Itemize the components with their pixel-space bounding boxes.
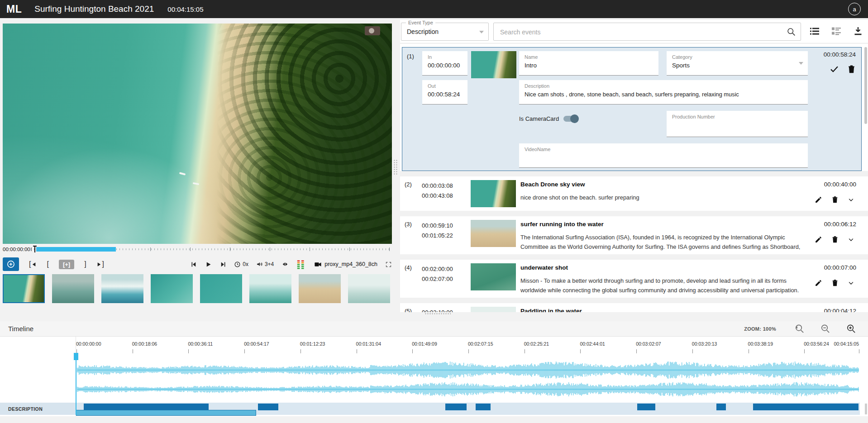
ruler-tick [357, 349, 357, 353]
edit-icon[interactable] [815, 279, 822, 287]
production-number-field[interactable]: Production Number [667, 111, 808, 137]
filmstrip-thumbnail[interactable] [151, 274, 193, 303]
filmstrip-thumbnail[interactable] [200, 274, 242, 303]
filmstrip-thumbnail[interactable] [299, 274, 341, 303]
zoom-out-icon[interactable] [820, 323, 830, 334]
delete-icon[interactable] [847, 64, 856, 74]
speed-control[interactable]: 0x [234, 261, 248, 268]
event-row[interactable]: (3) 00:00:59:1000:01:05:22 surfer runnin… [402, 216, 862, 254]
download-icon[interactable] [853, 26, 863, 37]
expand-chevron-icon[interactable] [848, 236, 854, 243]
player-scrubber[interactable] [31, 247, 392, 252]
filmstrip-thumbnail[interactable] [348, 274, 390, 303]
mark-out-button[interactable]: ] [84, 260, 86, 268]
event-row-clipped[interactable]: (5) 00:02:10:00 Paddling in the water 00… [402, 303, 862, 312]
delete-icon[interactable] [831, 235, 839, 243]
panel-resize-handle-vertical[interactable] [393, 159, 398, 175]
event-thumbnail[interactable] [471, 220, 516, 247]
timeline-scrollbar[interactable] [865, 404, 867, 414]
event-thumbnail[interactable] [471, 180, 516, 207]
search-icon[interactable] [787, 27, 796, 37]
list-view-icon[interactable] [809, 26, 820, 37]
description-field[interactable]: Description Nice cam shots , drone, ston… [519, 80, 808, 105]
event-title: surfer running into the water [520, 221, 806, 228]
zoom-in-icon[interactable] [846, 323, 856, 334]
event-type-select[interactable]: Event Type Description [401, 23, 489, 41]
filmstrip-thumbnail[interactable] [101, 274, 143, 303]
audio-channels-value: 3+4 [265, 261, 274, 267]
timeline-playhead-handle[interactable] [74, 353, 78, 360]
description-track[interactable] [76, 403, 860, 415]
play-icon[interactable] [205, 261, 212, 268]
timeline-segment[interactable] [637, 404, 655, 410]
name-field[interactable]: Name Intro [519, 51, 658, 76]
video-viewport[interactable] [3, 24, 392, 244]
event-index: (1) [407, 53, 414, 60]
video-name-field[interactable]: VideoName [519, 143, 808, 168]
ruler-tick [525, 349, 525, 353]
filmstrip-thumbnail[interactable] [52, 274, 94, 303]
ruler-tick [300, 349, 301, 353]
event-duration: 00:00:40:00 [824, 181, 856, 188]
event-duration: 00:00:04:12 [824, 308, 856, 312]
category-select[interactable]: Category Sports [667, 51, 808, 76]
timeline-segment[interactable] [84, 404, 208, 410]
camera-card-label: Is CameraCard [519, 115, 559, 122]
timeline-segment[interactable] [445, 404, 467, 410]
edit-icon[interactable] [815, 236, 822, 243]
timeline-content[interactable]: 00:00:00:0000:00:18:0600:00:36:1100:00:5… [76, 337, 860, 423]
edit-icon[interactable] [815, 196, 822, 204]
jump-to-in-button[interactable]: [ [29, 260, 37, 268]
confirm-icon[interactable] [830, 64, 839, 74]
delete-icon[interactable] [831, 279, 839, 287]
event-list-scrollbar[interactable] [864, 47, 867, 124]
event-in: 00:02:10:00 [422, 308, 453, 312]
timeline-ruler[interactable]: 00:00:00:0000:00:18:0600:00:36:1100:00:5… [76, 338, 860, 356]
event-row[interactable]: (4) 00:02:00:0000:02:07:00 underwater sh… [402, 260, 862, 298]
jump-to-out-button[interactable]: ] [96, 260, 104, 268]
timeline-segment[interactable] [753, 404, 858, 410]
timeline-segment-selected[interactable] [76, 410, 256, 416]
timeline-segment[interactable] [476, 404, 491, 410]
delete-icon[interactable] [831, 195, 839, 204]
event-in: 00:00:03:08 [422, 181, 453, 191]
event-row[interactable]: (2) 00:00:03:0800:00:43:08 Beach Drone s… [402, 176, 862, 211]
timeline-segment[interactable] [258, 404, 278, 410]
in-timecode-field[interactable]: In 00:00:00:00 [422, 51, 467, 76]
next-frame-icon[interactable] [219, 261, 226, 268]
expand-chevron-icon[interactable] [848, 196, 854, 203]
event-thumbnail[interactable] [471, 263, 516, 290]
add-event-button[interactable] [3, 257, 19, 271]
row-separator [400, 298, 868, 303]
audio-channel-control[interactable]: 3+4 [256, 261, 274, 268]
zoom-reset-icon[interactable] [794, 323, 805, 334]
camera-card-toggle[interactable] [563, 116, 578, 122]
audio-meter-icon[interactable] [296, 260, 306, 269]
waveform-channel-1[interactable] [76, 361, 860, 380]
shuttle-icon[interactable] [281, 261, 289, 268]
ruler-label: 00:00:36:11 [188, 341, 213, 347]
out-timecode-field[interactable]: Out 00:00:58:24 [422, 80, 467, 105]
event-thumbnail[interactable] [471, 51, 516, 78]
proxy-selector[interactable]: proxy_mp4_360_8ch [314, 261, 377, 268]
previous-frame-icon[interactable] [191, 261, 197, 268]
user-avatar[interactable]: a [848, 3, 861, 15]
timeline-playhead-line [76, 353, 76, 415]
timeline-segment[interactable] [716, 404, 726, 410]
ruler-label: 00:01:12:23 [300, 341, 325, 347]
ruler-label: 00:03:56:24 [804, 341, 829, 347]
waveform-channel-2[interactable] [76, 381, 860, 397]
filmstrip-thumbnail[interactable] [3, 274, 45, 303]
expand-chevron-icon[interactable] [848, 280, 854, 286]
video-image-building [365, 26, 380, 35]
events-controls: Event Type Description [400, 20, 868, 43]
mark-in-button[interactable]: [ [47, 260, 48, 268]
filmstrip-thumbnail[interactable] [249, 274, 291, 303]
search-input[interactable] [499, 24, 773, 40]
event-thumbnail[interactable] [471, 307, 516, 312]
detailed-view-icon[interactable] [831, 26, 842, 37]
fullscreen-icon[interactable] [385, 261, 392, 268]
add-subclip-button[interactable]: [+] [59, 260, 74, 269]
event-card-expanded[interactable]: (1) In 00:00:00:00 Out 00:00:58:24 Name … [402, 47, 862, 171]
scrubber-playhead[interactable] [34, 246, 35, 252]
